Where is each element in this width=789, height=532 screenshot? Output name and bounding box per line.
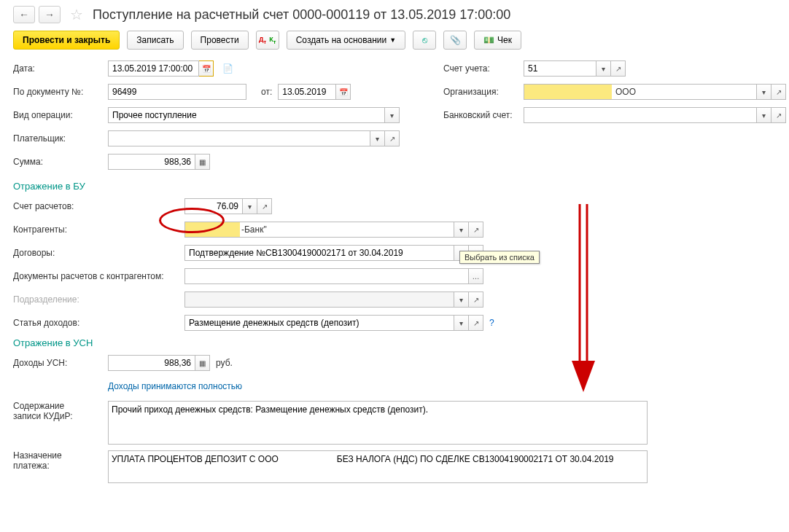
bankacc-dropdown-icon[interactable]: ▾ [757, 107, 771, 123]
settlement-open-icon[interactable]: ↗ [257, 198, 272, 214]
account-input[interactable] [524, 60, 596, 77]
bu-section-header: Отражение в БУ [13, 181, 776, 192]
payer-open-icon[interactable]: ↗ [385, 130, 400, 146]
counterparty-open-icon[interactable]: ↗ [469, 222, 483, 238]
income-item-label: Статья доходов: [13, 318, 184, 328]
org-open-icon[interactable]: ↗ [771, 84, 786, 100]
bankacc-open-icon[interactable]: ↗ [771, 107, 786, 123]
income-item-open-icon[interactable]: ↗ [469, 315, 483, 331]
optype-input[interactable] [108, 107, 385, 123]
account-label: Счет учета: [443, 63, 524, 74]
save-button[interactable]: Записать [127, 31, 183, 50]
debit-credit-icon-button[interactable]: ДтКт [256, 31, 279, 50]
docnum-input[interactable] [108, 84, 246, 100]
docdate-label: от: [261, 87, 272, 97]
choose-from-list-tooltip: Выбрать из списка [459, 251, 540, 264]
settlement-label: Счет расчетов: [13, 201, 184, 211]
date-calendar-icon[interactable]: 📅 [199, 60, 214, 77]
usn-income-calc-icon[interactable]: ▦ [195, 355, 210, 371]
optype-dropdown-icon[interactable]: ▾ [385, 107, 400, 123]
forward-button[interactable]: → [39, 6, 61, 23]
structure-icon-button[interactable]: ⎋ [413, 31, 436, 50]
payer-input[interactable] [108, 130, 370, 146]
income-item-dropdown-icon[interactable]: ▾ [454, 315, 469, 331]
account-open-icon[interactable]: ↗ [611, 60, 626, 77]
division-label: Подразделение: [13, 294, 184, 305]
bankacc-label: Банковский счет: [443, 110, 524, 120]
post-button[interactable]: Провести [191, 31, 249, 50]
check-button[interactable]: 💵 Чек [474, 31, 521, 50]
kudir-textarea[interactable] [108, 401, 648, 445]
counterparty-input[interactable]: -Банк" [184, 222, 454, 238]
payer-label: Плательщик: [13, 133, 108, 144]
docdate-input[interactable] [278, 84, 336, 100]
optype-label: Вид операции: [13, 110, 108, 120]
counterparty-suffix: -Банк" [240, 224, 267, 235]
attachment-icon-button[interactable]: 📎 [443, 31, 467, 50]
org-label: Организация: [443, 87, 524, 97]
sum-calc-icon[interactable]: ▦ [195, 154, 210, 170]
purpose-label: Назначениеплатежа: [13, 450, 108, 471]
org-input[interactable]: ООО [524, 84, 757, 100]
org-dropdown-icon[interactable]: ▾ [757, 84, 771, 100]
account-dropdown-icon[interactable]: ▾ [596, 60, 611, 77]
income-item-input[interactable] [184, 315, 454, 331]
full-income-link[interactable]: Доходы принимаются полностью [108, 381, 242, 391]
page-title: Поступление на расчетный счет 0000-00011… [93, 7, 510, 23]
counterparty-dropdown-icon[interactable]: ▾ [454, 222, 469, 238]
create-based-button[interactable]: Создать на основании ▼ [287, 31, 405, 50]
settlement-dropdown-icon[interactable]: ▾ [243, 198, 257, 214]
usn-section-header: Отражение в УСН [13, 337, 776, 348]
bankacc-input[interactable] [524, 107, 757, 123]
kudir-label: Содержаниезаписи КУДиР: [13, 401, 108, 421]
back-button[interactable]: ← [13, 6, 35, 23]
division-open-icon: ↗ [469, 292, 483, 308]
contract-label: Договоры: [13, 248, 184, 258]
settlement-docs-input[interactable] [184, 268, 469, 284]
purpose-textarea[interactable] [108, 450, 648, 483]
posted-icon: 📄 [222, 63, 233, 74]
org-suffix: ООО [612, 87, 636, 97]
favorite-star-icon[interactable]: ☆ [68, 6, 85, 23]
usn-income-label: Доходы УСН: [13, 358, 108, 368]
usn-income-unit: руб. [216, 358, 233, 368]
date-input[interactable] [108, 60, 199, 77]
sum-input[interactable] [108, 154, 195, 170]
counterparty-label: Контрагенты: [13, 224, 184, 235]
docnum-label: По документу №: [13, 87, 108, 97]
payer-dropdown-icon[interactable]: ▾ [370, 130, 385, 146]
settlement-docs-label: Документы расчетов с контрагентом: [13, 271, 184, 281]
usn-income-input[interactable] [108, 355, 195, 371]
date-label: Дата: [13, 63, 108, 74]
post-and-close-button[interactable]: Провести и закрыть [13, 31, 120, 50]
division-dropdown-icon: ▾ [454, 292, 469, 308]
division-input [184, 292, 454, 308]
contract-input[interactable] [184, 245, 454, 261]
income-item-help-icon[interactable]: ? [489, 318, 494, 328]
docdate-calendar-icon[interactable]: 📅 [336, 84, 351, 100]
settlement-docs-ellipsis-icon[interactable]: … [469, 268, 483, 284]
sum-label: Сумма: [13, 157, 108, 167]
settlement-input[interactable] [184, 198, 243, 214]
